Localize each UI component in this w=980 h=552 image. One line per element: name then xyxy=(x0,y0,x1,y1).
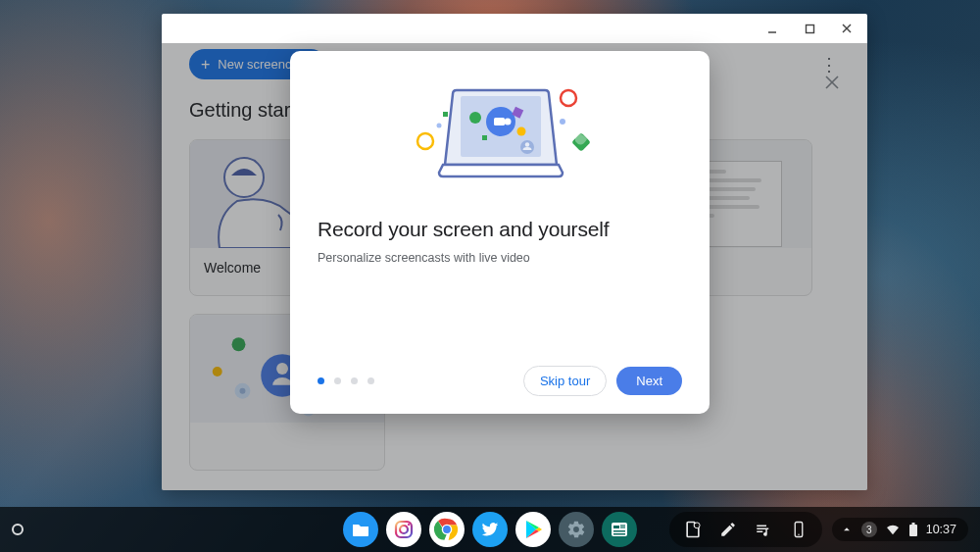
tour-dot-1[interactable] xyxy=(318,377,324,384)
chrome-app-icon[interactable] xyxy=(429,512,465,547)
chromeos-shelf: 3 10:37 xyxy=(0,507,980,552)
notification-badge: 3 xyxy=(861,522,877,537)
svg-rect-20 xyxy=(494,118,505,125)
files-app-icon[interactable] xyxy=(343,512,378,547)
svg-rect-30 xyxy=(443,112,448,117)
next-button[interactable]: Next xyxy=(616,367,682,395)
settings-app-icon[interactable] xyxy=(559,512,594,547)
svg-rect-1 xyxy=(806,25,813,32)
svg-point-29 xyxy=(417,133,433,149)
svg-point-24 xyxy=(469,112,481,124)
chevron-up-icon xyxy=(840,523,854,536)
twitter-app-icon[interactable] xyxy=(472,512,508,547)
tour-modal: Record your screen and yourself Personal… xyxy=(290,51,710,414)
svg-point-32 xyxy=(560,119,565,125)
tour-dot-4[interactable] xyxy=(368,377,374,384)
svg-point-45 xyxy=(694,523,700,528)
svg-point-26 xyxy=(517,127,526,136)
svg-point-28 xyxy=(561,90,576,106)
shelf-right: 3 10:37 xyxy=(669,512,968,547)
shelf-pinned-apps xyxy=(343,512,637,547)
tour-illustration xyxy=(318,71,682,196)
stylus-tray-icon[interactable] xyxy=(714,516,742,543)
tour-actions: Skip tour Next xyxy=(523,366,682,396)
svg-rect-41 xyxy=(613,526,619,528)
launcher-button[interactable] xyxy=(12,524,24,535)
svg-point-21 xyxy=(505,119,512,125)
svg-point-47 xyxy=(798,534,800,536)
svg-point-23 xyxy=(525,142,529,146)
tour-subtitle: Personalize screencasts with live video xyxy=(318,251,682,265)
tour-footer: Skip tour Next xyxy=(318,366,682,396)
tour-dot-2[interactable] xyxy=(334,377,341,384)
svg-point-35 xyxy=(400,526,408,533)
svg-point-33 xyxy=(437,124,442,128)
window-maximize-button[interactable] xyxy=(797,16,822,41)
skip-tour-button[interactable]: Skip tour xyxy=(523,366,607,396)
svg-rect-43 xyxy=(613,533,625,535)
clock: 10:37 xyxy=(926,523,956,536)
window-titlebar xyxy=(162,14,867,43)
playlist-tray-icon[interactable] xyxy=(750,516,777,543)
svg-rect-49 xyxy=(911,523,914,525)
tour-close-button[interactable] xyxy=(818,69,846,96)
news-app-icon[interactable] xyxy=(602,512,637,547)
tour-progress-dots xyxy=(318,377,374,384)
window-minimize-button[interactable] xyxy=(760,16,785,41)
svg-point-36 xyxy=(408,524,410,526)
window-close-button[interactable] xyxy=(834,16,859,41)
svg-rect-44 xyxy=(620,525,625,528)
status-area[interactable]: 3 10:37 xyxy=(832,518,968,541)
tote-tray-icon[interactable] xyxy=(679,516,707,543)
svg-rect-48 xyxy=(909,525,917,536)
tour-title: Record your screen and yourself xyxy=(318,218,682,241)
instagram-app-icon[interactable] xyxy=(386,512,421,547)
svg-rect-27 xyxy=(482,135,487,140)
battery-icon xyxy=(908,523,918,537)
wifi-icon xyxy=(885,522,901,537)
tour-dot-3[interactable] xyxy=(351,377,358,384)
play-store-app-icon[interactable] xyxy=(515,512,551,547)
svg-rect-42 xyxy=(613,530,625,532)
phone-hub-tray-icon[interactable] xyxy=(785,516,812,543)
tray-tools xyxy=(669,512,822,547)
